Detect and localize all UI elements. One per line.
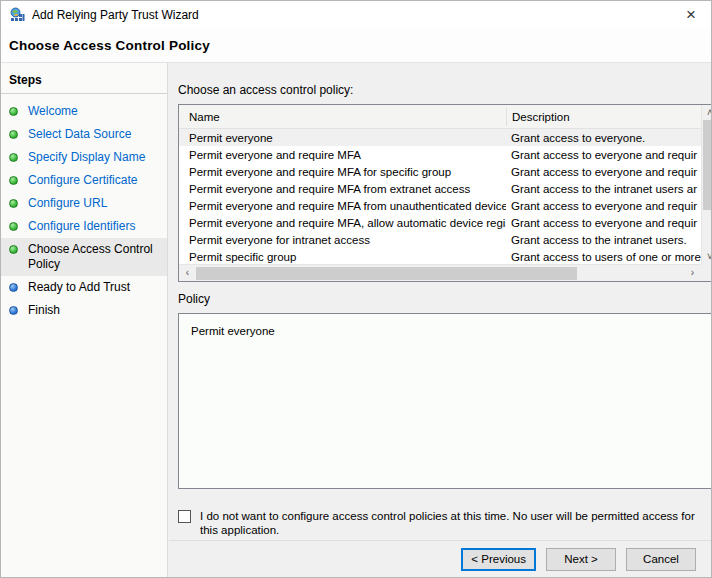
previous-button[interactable]: < Previous [461,548,536,571]
policy-table-row[interactable]: Permit specific group Grant access to us… [179,248,701,264]
scroll-left-icon[interactable]: ‹ [179,266,196,281]
sidebar-step-item[interactable]: Configure Identifiers [1,215,167,238]
list-header: Name Description [179,105,701,129]
policy-description-cell: Grant access to everyone. [506,132,701,144]
step-label: Select Data Source [28,127,131,142]
list-label: Choose an access control policy: [178,83,712,97]
policy-name-cell: Permit everyone and require MFA from una… [179,200,506,212]
titlebar: Add Relying Party Trust Wizard × [1,1,711,29]
window-title: Add Relying Party Trust Wizard [32,8,671,22]
step-status-bullet-icon [9,245,18,254]
steps-heading: Steps [1,71,167,94]
policy-description-cell: Grant access to users of one or more [506,251,701,263]
step-status-bullet-icon [9,130,18,139]
policy-name-cell: Permit everyone and require MFA [179,149,506,161]
page-header: Choose Access Control Policy [1,29,711,63]
policy-table-row[interactable]: Permit everyone and require MFA from ext… [179,180,701,197]
sidebar-step-item[interactable]: Select Data Source [1,123,167,146]
sidebar-step-item[interactable]: Finish [1,299,167,322]
policy-table-row[interactable]: Permit everyone Grant access to everyone… [179,129,701,146]
sidebar-step-item[interactable]: Ready to Add Trust [1,276,167,299]
sidebar-step-item[interactable]: Choose Access Control Policy [1,238,167,276]
step-status-bullet-icon [9,153,18,162]
horizontal-scrollbar[interactable]: ‹ › [179,264,701,281]
wizard-window: Add Relying Party Trust Wizard × Choose … [0,0,712,578]
scroll-up-icon[interactable]: ˄ [701,105,712,120]
step-label: Configure Identifiers [28,219,135,234]
steps-sidebar: Steps Welcome Select Data Source Specify… [1,63,168,578]
policy-description-cell: Grant access to everyone and requir [506,200,701,212]
step-label: Welcome [28,104,78,119]
policy-table-row[interactable]: Permit everyone and require MFA, allow a… [179,214,701,231]
policy-description-cell: Grant access to everyone and requir [506,149,701,161]
policy-value: Permit everyone [191,325,275,337]
vertical-scrollbar-thumb[interactable] [703,120,712,210]
step-label: Ready to Add Trust [28,280,130,295]
horizontal-scrollbar-thumb[interactable] [196,267,577,280]
step-label: Specify Display Name [28,150,145,165]
policy-name-cell: Permit everyone [179,132,506,144]
policy-box: Permit everyone [178,313,712,489]
button-bar: < Previous Next > Cancel [169,540,711,577]
policy-description-cell: Grant access to the intranet users ar [506,183,701,195]
wizard-body: Steps Welcome Select Data Source Specify… [1,63,711,578]
vertical-scrollbar[interactable]: ˄ ˅ [701,105,712,264]
policy-label: Policy [178,292,712,306]
policy-table-row[interactable]: Permit everyone for intranet access Gran… [179,231,701,248]
sidebar-step-item[interactable]: Specify Display Name [1,146,167,169]
policy-name-cell: Permit specific group [179,251,506,263]
step-status-bullet-icon [9,306,18,315]
close-icon[interactable]: × [671,1,711,29]
skip-policy-checkbox-label: I do not want to configure access contro… [200,509,702,537]
sidebar-step-item[interactable]: Configure URL [1,192,167,215]
step-label: Choose Access Control Policy [28,242,163,272]
policy-description-cell: Grant access to the intranet users. [506,234,701,246]
sidebar-step-item[interactable]: Welcome [1,100,167,123]
scroll-down-icon[interactable]: ˅ [701,249,712,264]
policy-table-row[interactable]: Permit everyone and require MFA for spec… [179,163,701,180]
step-label: Configure URL [28,196,107,211]
sidebar-step-item[interactable]: Configure Certificate [1,169,167,192]
policy-table-row[interactable]: Permit everyone and require MFA Grant ac… [179,146,701,163]
skip-policy-checkbox[interactable] [178,510,191,523]
next-button[interactable]: Next > [546,548,616,571]
step-status-bullet-icon [9,176,18,185]
policy-name-cell: Permit everyone and require MFA for spec… [179,166,506,178]
skip-policy-checkbox-row: I do not want to configure access contro… [178,509,712,537]
steps-list: Welcome Select Data Source Specify Displ… [1,100,167,322]
scroll-right-icon[interactable]: › [684,266,701,281]
column-header-name[interactable]: Name [179,111,506,123]
page-title: Choose Access Control Policy [9,38,210,53]
policy-name-cell: Permit everyone and require MFA, allow a… [179,217,506,229]
step-status-bullet-icon [9,222,18,231]
policy-name-cell: Permit everyone for intranet access [179,234,506,246]
policy-table-row[interactable]: Permit everyone and require MFA from una… [179,197,701,214]
column-header-description[interactable]: Description [506,108,701,126]
step-status-bullet-icon [9,107,18,116]
policy-description-cell: Grant access to everyone and requir [506,217,701,229]
access-control-policy-list: Name Description Permit everyone Grant a… [178,104,712,282]
list-rows: Permit everyone Grant access to everyone… [179,129,701,264]
step-label: Finish [28,303,60,318]
step-status-bullet-icon [9,283,18,292]
step-status-bullet-icon [9,199,18,208]
step-label: Configure Certificate [28,173,137,188]
cancel-button[interactable]: Cancel [626,548,696,571]
policy-description-cell: Grant access to everyone and requir [506,166,701,178]
content-pane: Choose an access control policy: Name De… [168,63,712,578]
policy-name-cell: Permit everyone and require MFA from ext… [179,183,506,195]
adfs-wizard-icon [9,7,25,23]
